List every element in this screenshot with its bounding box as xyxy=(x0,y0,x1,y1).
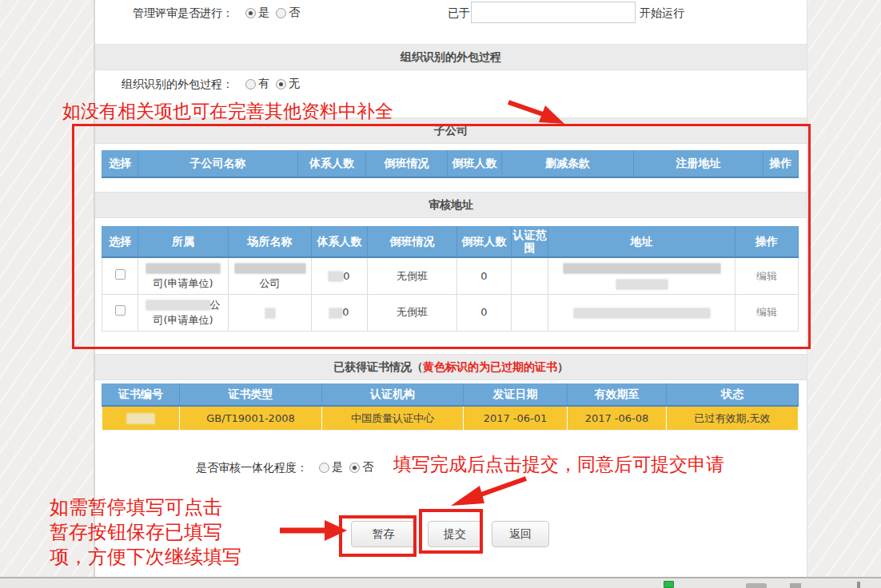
annotation-save-note: 如需暂停填写可点击 暂存按钮保存已填写 项，方便下次继续填写 xyxy=(50,495,241,570)
subsidiary-section-title: 子公司 xyxy=(434,124,468,138)
management-review-radios: 是 否 xyxy=(245,6,305,20)
audit-row1-scope xyxy=(512,257,548,294)
outsourcing-have-radio[interactable] xyxy=(245,79,256,89)
outsourcing-none-label: 无 xyxy=(289,77,300,91)
tray-gray-icon[interactable] xyxy=(857,582,860,588)
subsidiary-col-select: 选择 xyxy=(102,150,138,177)
audit-col-select: 选择 xyxy=(102,226,138,257)
audit-row2-staff: 0 xyxy=(312,294,368,331)
subsidiary-col-address: 注册地址 xyxy=(634,150,763,177)
audit-row1-edit-link[interactable]: 编辑 xyxy=(756,270,777,282)
redacted-text xyxy=(146,300,210,310)
outsourcing-field-label: 组织识别的外包过程： xyxy=(95,77,233,92)
subsidiary-col-action: 操作 xyxy=(763,150,799,177)
cert-status: 已过有效期,无效 xyxy=(667,406,799,430)
cert-valid-until: 2017 -06-08 xyxy=(568,406,667,430)
redacted-text xyxy=(235,264,305,273)
audit-row1-checkbox[interactable] xyxy=(115,269,126,280)
cert-col-issue-date: 发证日期 xyxy=(464,383,568,406)
date-prefix-label: 已于 xyxy=(448,6,470,21)
cert-col-valid-until: 有效期至 xyxy=(568,383,667,406)
audit-row1-staff: 0 xyxy=(312,257,368,294)
management-review-yes-radio[interactable] xyxy=(245,8,256,18)
audit-row2-shift-count: 0 xyxy=(457,294,512,331)
subsidiary-col-clauses: 删减条款 xyxy=(502,150,634,177)
integration-yes-radio[interactable] xyxy=(319,463,329,473)
redacted-text xyxy=(146,264,220,273)
audit-row2-site xyxy=(229,294,312,331)
outsourcing-have-label: 有 xyxy=(258,77,269,91)
tray-green-app-icon[interactable] xyxy=(664,581,674,588)
audit-col-owner: 所属 xyxy=(138,226,229,257)
certificates-table: 证书编号 证书类型 认证机构 发证日期 有效期至 状态 GB/T19001-20… xyxy=(102,383,799,431)
cert-col-type: 证书类型 xyxy=(180,383,322,406)
audit-address-table: 选择 所属 场所名称 体系人数 倒班情况 倒班人数 认证范围 地址 操作 司(申… xyxy=(102,226,799,332)
redacted-text xyxy=(265,308,275,318)
audit-row2-address xyxy=(548,294,735,331)
management-review-no-label: 否 xyxy=(289,6,300,20)
save-draft-button[interactable]: 暂存 xyxy=(351,521,416,547)
certificates-section-header: 已获得证书情况（黄色标识的为已过期的证书） xyxy=(95,354,807,380)
cert-col-number: 证书编号 xyxy=(102,383,180,406)
management-review-no-radio[interactable] xyxy=(276,8,286,18)
cert-agency: 中国质量认证中心 xyxy=(322,406,464,430)
subsidiary-col-shift-count: 倒班人数 xyxy=(448,150,502,177)
integration-no-radio[interactable] xyxy=(349,463,360,473)
audit-address-section-header: 审核地址 xyxy=(95,192,807,218)
tray-gray-icon[interactable] xyxy=(746,583,767,588)
audit-col-action: 操作 xyxy=(735,226,799,257)
subsidiary-col-shift: 倒班情况 xyxy=(366,150,448,177)
redacted-text xyxy=(127,414,154,423)
audit-row1-shift: 无倒班 xyxy=(368,257,457,294)
audit-row1-address xyxy=(548,257,735,294)
audit-col-shift: 倒班情况 xyxy=(368,226,457,257)
subsidiary-col-staff: 体系人数 xyxy=(298,150,366,177)
audit-row1-owner: 司(申请单位) xyxy=(138,257,229,294)
audit-header-row: 选择 所属 场所名称 体系人数 倒班情况 倒班人数 认证范围 地址 操作 xyxy=(102,226,799,257)
redacted-text xyxy=(574,308,710,318)
audit-row2-owner: 公 司(申请单位) xyxy=(138,294,229,331)
outsourcing-radios: 有 无 xyxy=(245,77,305,91)
cert-number xyxy=(102,406,180,430)
annotation-submit-note: 填写完成后点击提交，同意后可提交申请 xyxy=(393,452,724,477)
audit-col-staff: 体系人数 xyxy=(312,226,368,257)
audit-row1-site: 公司 xyxy=(229,257,312,294)
back-button[interactable]: 返回 xyxy=(492,521,549,547)
integration-label: 是否审核一体化程度： xyxy=(95,461,308,475)
start-date-input[interactable] xyxy=(471,2,636,23)
audit-row2-checkbox[interactable] xyxy=(115,305,126,316)
date-suffix-label: 开始运行 xyxy=(640,6,684,21)
integration-yes-label: 是 xyxy=(332,460,343,475)
redacted-text xyxy=(616,280,668,289)
cert-col-status: 状态 xyxy=(667,383,799,406)
outsourcing-none-radio[interactable] xyxy=(276,79,286,89)
certificates-title-suffix: ） xyxy=(557,360,568,375)
audit-row2-edit-link[interactable]: 编辑 xyxy=(756,306,777,318)
taskbar-sliver xyxy=(0,577,881,588)
tray-gray-icon[interactable] xyxy=(790,583,801,588)
cert-type: GB/T19001-2008 xyxy=(180,406,322,430)
audit-col-address: 地址 xyxy=(548,226,735,257)
redacted-text xyxy=(329,308,342,318)
table-row: 公 司(申请单位) 0 无倒班 0 编辑 xyxy=(102,294,799,331)
certificates-title-prefix: 已获得证书情况（ xyxy=(333,360,423,375)
management-review-label: 管理评审是否进行： xyxy=(95,6,233,21)
certificates-title-highlight: 黄色标识的为已过期的证书 xyxy=(423,360,557,375)
outsourcing-section-header: 组织识别的外包过程 xyxy=(95,44,807,70)
form-page: 管理评审是否进行： 是 否 已于 开始运行 组织识别的外包过程 组织识别的外包过… xyxy=(94,0,807,577)
certificates-header-row: 证书编号 证书类型 认证机构 发证日期 有效期至 状态 xyxy=(102,383,799,406)
integration-radios: 是 否 xyxy=(319,460,378,475)
audit-address-section-title: 审核地址 xyxy=(429,198,473,213)
outsourcing-section-title: 组织识别的外包过程 xyxy=(401,50,501,65)
annotation-top-note: 如没有相关项也可在完善其他资料中补全 xyxy=(62,99,393,124)
redacted-text xyxy=(329,272,343,281)
redacted-text xyxy=(564,264,720,273)
table-row: 司(申请单位) 公司 0 无倒班 0 编辑 xyxy=(102,257,799,294)
audit-col-scope: 认证范围 xyxy=(512,226,548,257)
subsidiary-table: 选择 子公司名称 体系人数 倒班情况 倒班人数 删减条款 注册地址 操作 xyxy=(102,150,799,178)
audit-row2-scope xyxy=(512,294,548,331)
audit-row2-shift: 无倒班 xyxy=(368,294,457,331)
subsidiary-col-name: 子公司名称 xyxy=(138,150,298,177)
management-review-yes-label: 是 xyxy=(258,6,269,20)
submit-button[interactable]: 提交 xyxy=(428,521,482,547)
